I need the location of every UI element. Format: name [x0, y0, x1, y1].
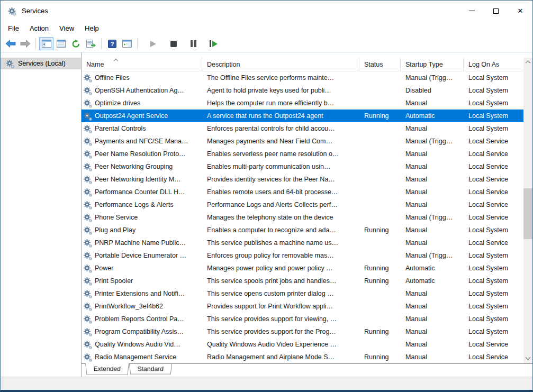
back-arrow-icon	[5, 40, 16, 48]
svg-text:?: ?	[110, 41, 114, 47]
service-description: Radio Management and Airplane Mode S…	[202, 351, 359, 363]
table-row[interactable]: Performance Logs & Alerts Performance Lo…	[82, 198, 523, 211]
table-row[interactable]: Print Spooler This service spools print …	[82, 275, 523, 287]
service-name: Print Spooler	[95, 277, 133, 285]
column-header-log-on-as[interactable]: Log On As	[464, 58, 523, 71]
service-status	[359, 313, 401, 325]
service-name: Performance Counter DLL H…	[95, 188, 185, 196]
start-service-button[interactable]	[146, 37, 160, 50]
table-row[interactable]: PrintWorkflow_3ef4b62 Provides support f…	[82, 300, 523, 313]
service-status	[359, 160, 401, 173]
forward-button[interactable]	[18, 37, 32, 50]
service-log-on-as: Local System	[464, 325, 523, 338]
table-row[interactable]: Offline Files The Offline Files service …	[82, 71, 523, 84]
service-name: Problem Reports Control Pa…	[95, 315, 184, 323]
table-row[interactable]: Payments and NFC/SE Mana… Manages paymen…	[82, 135, 523, 148]
service-log-on-as: Local System	[464, 224, 523, 236]
column-header-status[interactable]: Status	[359, 58, 401, 71]
back-button[interactable]	[3, 37, 17, 50]
table-row[interactable]: Peer Networking Grouping Enables multi-p…	[82, 160, 523, 173]
service-description: Enables serverless peer name resolution …	[202, 148, 359, 160]
export-list-button[interactable]	[84, 37, 98, 50]
service-startup-type: Manual	[401, 148, 464, 160]
service-startup-type: Manual	[401, 351, 464, 363]
table-row[interactable]: Plug and Play Enables a computer to reco…	[82, 224, 523, 236]
table-row[interactable]: Performance Counter DLL H… Enables remot…	[82, 186, 523, 198]
service-status	[359, 122, 401, 135]
maximize-button[interactable]	[484, 1, 508, 21]
table-row[interactable]: Program Compatibility Assis… This servic…	[82, 325, 523, 338]
content-area: Services (Local) Name Description Status…	[1, 52, 532, 377]
toolbar-separator	[101, 38, 102, 49]
cell-name: PNRP Machine Name Public…	[82, 236, 202, 249]
tab-extended[interactable]: Extended	[85, 363, 129, 375]
service-log-on-as: Local Service	[464, 135, 523, 148]
close-button[interactable]: ✕	[508, 1, 532, 21]
console-tree-icon	[42, 40, 51, 48]
tab-standard[interactable]: Standard	[129, 364, 172, 374]
table-row[interactable]: Optimize drives Helps the computer run m…	[82, 97, 523, 110]
service-gear-icon	[83, 302, 92, 311]
service-log-on-as: Local Service	[464, 211, 523, 224]
menu-action[interactable]: Action	[24, 22, 54, 34]
table-row[interactable]: Phone Service Manages the telephony stat…	[82, 211, 523, 224]
service-description: Manages power policy and power policy …	[202, 262, 359, 275]
menu-file[interactable]: File	[3, 22, 24, 34]
toolbar-separator	[137, 38, 138, 49]
show-action-pane-button[interactable]	[120, 37, 134, 50]
show-console-tree-button[interactable]	[39, 37, 53, 50]
service-description: This service opens custom printer dialog…	[202, 287, 359, 300]
sidebar-item-services-local[interactable]: Services (Local)	[1, 58, 81, 69]
service-description: A service that runs the Outpost24 agent	[202, 110, 359, 122]
table-header: Name Description Status Startup Type Log…	[82, 58, 523, 71]
service-startup-type: Manual	[401, 173, 464, 186]
service-status	[359, 249, 401, 262]
scroll-down-button[interactable]	[523, 354, 532, 363]
menu-help[interactable]: Help	[79, 22, 104, 34]
table-row[interactable]: Quality Windows Audio Vid… Quality Windo…	[82, 338, 523, 351]
properties-button[interactable]	[54, 37, 68, 50]
service-gear-icon	[83, 188, 92, 196]
service-status	[359, 71, 401, 84]
service-gear-icon	[83, 213, 92, 222]
help-button[interactable]: ?	[105, 37, 119, 50]
service-log-on-as: Local Service	[464, 173, 523, 186]
scrollbar-track[interactable]	[523, 67, 532, 354]
table-row[interactable]: Problem Reports Control Pa… This service…	[82, 313, 523, 325]
scrollbar-thumb[interactable]	[523, 188, 532, 239]
table-row[interactable]: Power Manages power policy and power pol…	[82, 262, 523, 275]
table-row[interactable]: PNRP Machine Name Public… This service p…	[82, 236, 523, 249]
service-description: This service provides support for the Pr…	[202, 325, 359, 338]
stop-icon	[170, 41, 177, 47]
service-name: Peer Networking Grouping	[95, 163, 173, 170]
table-row[interactable]: Peer Networking Identity M… Provides ide…	[82, 173, 523, 186]
scroll-up-button[interactable]	[523, 58, 532, 67]
close-icon: ✕	[518, 7, 523, 14]
table-row[interactable]: Portable Device Enumerator … Enforces gr…	[82, 249, 523, 262]
cell-name: OpenSSH Authentication Ag…	[82, 84, 202, 97]
column-header-startup-type[interactable]: Startup Type	[401, 58, 464, 71]
restart-service-button[interactable]	[206, 37, 221, 50]
menu-view[interactable]: View	[54, 22, 79, 34]
table-row[interactable]: Radio Management Service Radio Managemen…	[82, 351, 523, 363]
pause-service-button[interactable]	[186, 37, 201, 50]
stop-service-button[interactable]	[166, 37, 180, 50]
service-status	[359, 173, 401, 186]
table-row[interactable]: OpenSSH Authentication Ag… Agent to hold…	[82, 84, 523, 97]
minimize-button[interactable]	[459, 1, 484, 21]
services-node-icon	[5, 59, 14, 68]
vertical-scrollbar[interactable]	[523, 58, 532, 363]
forward-arrow-icon	[20, 40, 31, 48]
table-row[interactable]: Printer Extensions and Notifi… This serv…	[82, 287, 523, 300]
services-table: Name Description Status Startup Type Log…	[82, 58, 523, 363]
table-row[interactable]: Parental Controls Enforces parental cont…	[82, 122, 523, 135]
column-header-description[interactable]: Description	[202, 58, 359, 71]
table-row[interactable]: Peer Name Resolution Proto… Enables serv…	[82, 148, 523, 160]
table-row[interactable]: Outpost24 Agent Service A service that r…	[82, 110, 523, 122]
service-gear-icon	[83, 124, 92, 133]
refresh-button[interactable]	[69, 37, 83, 50]
column-header-name[interactable]: Name	[82, 58, 202, 71]
menubar: File Action View Help	[1, 21, 532, 35]
cell-name: Radio Management Service	[82, 351, 202, 363]
minimize-icon	[469, 11, 475, 11]
